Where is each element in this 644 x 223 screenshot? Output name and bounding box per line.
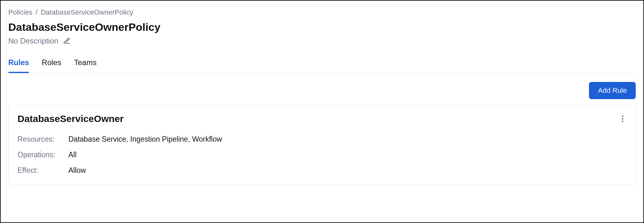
tabs: Rules Roles Teams (8, 58, 636, 73)
rule-effect-row: Effect: Allow (18, 166, 626, 175)
description-text: No Description (8, 37, 58, 45)
page-title: DatabaseServiceOwnerPolicy (8, 21, 636, 33)
resources-value: Database Service, Ingestion Pipeline, Wo… (68, 135, 222, 144)
tab-roles[interactable]: Roles (42, 58, 61, 73)
breadcrumb-separator: / (36, 8, 38, 17)
svg-point-0 (622, 116, 623, 117)
operations-value: All (68, 151, 77, 159)
operations-label: Operations: (18, 151, 68, 159)
add-rule-button[interactable]: Add Rule (589, 82, 636, 99)
svg-point-1 (622, 118, 623, 119)
tab-rules[interactable]: Rules (8, 58, 29, 73)
rule-title: DatabaseServiceOwner (18, 113, 124, 124)
resources-label: Resources: (18, 135, 68, 144)
breadcrumb-root[interactable]: Policies (8, 8, 32, 17)
kebab-menu-icon[interactable] (619, 115, 626, 123)
breadcrumb-current: DatabaseServiceOwnerPolicy (41, 8, 133, 17)
tab-teams[interactable]: Teams (74, 58, 97, 73)
breadcrumb: Policies / DatabaseServiceOwnerPolicy (8, 8, 636, 17)
description-row: No Description (8, 37, 636, 45)
svg-point-2 (622, 121, 623, 122)
actions-row: Add Rule (8, 82, 636, 99)
rule-operations-row: Operations: All (18, 151, 626, 159)
effect-value: Allow (68, 166, 86, 175)
rule-card-header: DatabaseServiceOwner (18, 113, 626, 124)
rule-card: DatabaseServiceOwner Resources: Database… (8, 105, 636, 185)
rule-resources-row: Resources: Database Service, Ingestion P… (18, 135, 626, 144)
edit-icon[interactable] (63, 37, 71, 45)
effect-label: Effect: (18, 166, 68, 175)
